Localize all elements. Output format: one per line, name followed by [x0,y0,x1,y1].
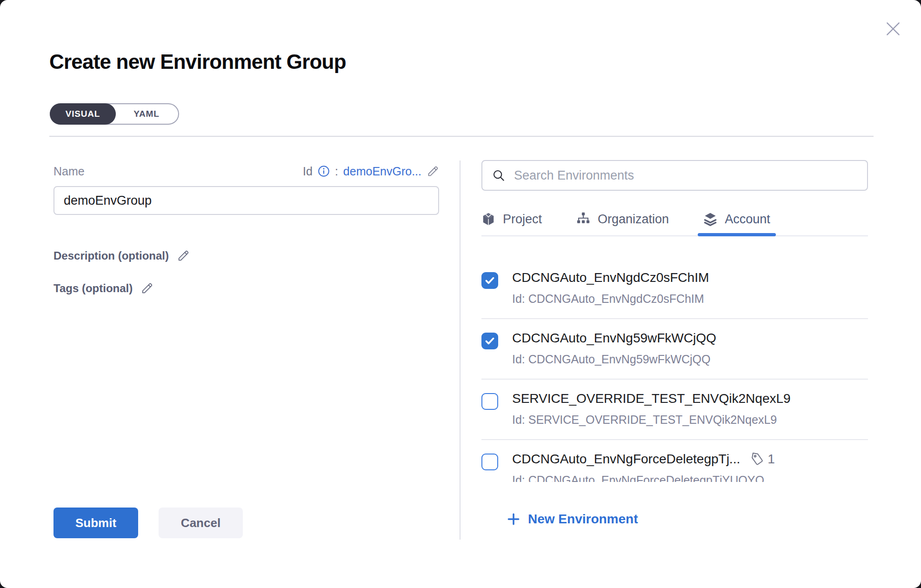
layers-icon [703,212,717,226]
environment-row[interactable]: CDCNGAuto_EnvNgForceDeletegpTj... 1 I [481,440,868,482]
search-icon [492,168,506,182]
tag-icon [750,452,764,466]
page-title: Create new Environment Group [49,50,346,74]
name-input[interactable] [53,186,439,215]
env-content: CDCNGAuto_EnvNgdCz0sFChIM Id: CDCNGAuto_… [512,270,709,306]
env-content: CDCNGAuto_EnvNgForceDeletegpTj... 1 I [512,452,775,482]
environment-row[interactable]: CDCNGAuto_EnvNg59wFkWCjQQ Id: CDCNGAuto_… [481,319,868,380]
edit-id-pencil-icon[interactable] [427,165,439,178]
header-divider [49,136,874,137]
cube-icon [481,212,495,226]
description-label: Description (optional) [53,249,169,262]
new-environment-button[interactable]: New Environment [506,512,638,527]
env-checkbox[interactable] [481,272,498,289]
new-environment-label: New Environment [528,512,638,527]
env-id: Id: CDCNGAuto_EnvNgdCz0sFChIM [512,292,709,306]
env-id: Id: CDCNGAuto_EnvNg59wFkWCjQQ [512,353,716,366]
search-box [481,160,868,191]
close-button[interactable] [883,19,903,39]
column-divider [460,160,460,540]
env-name: CDCNGAuto_EnvNgdCz0sFChIM [512,270,709,285]
env-checkbox[interactable] [481,454,498,470]
tab-project[interactable]: Project [481,203,542,235]
edit-description-pencil-icon[interactable] [177,249,190,262]
check-icon [484,274,496,287]
env-content: SERVICE_OVERRIDE_TEST_ENVQik2NqexL9 Id: … [512,391,791,427]
tab-account-label: Account [725,212,770,227]
cancel-button[interactable]: Cancel [159,508,243,538]
info-icon[interactable] [318,165,330,177]
env-id: Id: CDCNGAuto_EnvNgForceDeletegpTjYUQYQ [512,474,775,482]
name-label: Name [53,165,85,178]
tab-project-label: Project [503,212,542,227]
org-chart-icon [576,212,590,226]
id-value-link[interactable]: demoEnvGro... [343,165,421,178]
close-icon [884,20,902,38]
edit-tags-pencil-icon[interactable] [140,282,154,295]
env-name: SERVICE_OVERRIDE_TEST_ENVQik2NqexL9 [512,391,791,406]
form-column: Name Id : demoEnvGro... [53,163,439,295]
id-group: Id : demoEnvGro... [303,165,439,178]
description-row: Description (optional) [53,249,439,262]
create-environment-group-modal: Create new Environment Group VISUAL YAML… [0,0,921,588]
toggle-visual[interactable]: VISUAL [50,103,116,125]
environment-row[interactable]: SERVICE_OVERRIDE_TEST_ENVQik2NqexL9 Id: … [481,380,868,440]
tab-account[interactable]: Account [703,203,770,235]
search-environments-input[interactable] [514,168,858,183]
environments-panel: Project Organization [481,160,868,482]
env-id: Id: SERVICE_OVERRIDE_TEST_ENVQik2NqexL9 [512,413,791,427]
tab-organization-label: Organization [598,212,669,227]
name-id-row: Name Id : demoEnvGro... [53,163,439,180]
plus-icon [506,512,521,527]
env-checkbox[interactable] [481,393,498,410]
tab-organization[interactable]: Organization [576,203,669,235]
env-name: CDCNGAuto_EnvNg59wFkWCjQQ [512,331,716,346]
submit-button[interactable]: Submit [53,508,138,538]
environment-row[interactable]: CDCNGAuto_EnvNgdCz0sFChIM Id: CDCNGAuto_… [481,259,868,319]
id-label: Id [303,165,313,178]
check-icon [484,335,496,347]
tag-count-badge: 1 [750,452,775,467]
env-checkbox[interactable] [481,333,498,349]
env-name: CDCNGAuto_EnvNgForceDeletegpTj... [512,452,740,467]
tag-count: 1 [768,452,775,467]
modal-actions: Submit Cancel [53,508,243,538]
scope-tabs: Project Organization [481,203,868,236]
environment-list: CDCNGAuto_EnvNgdCz0sFChIM Id: CDCNGAuto_… [481,236,868,482]
env-content: CDCNGAuto_EnvNg59wFkWCjQQ Id: CDCNGAuto_… [512,331,716,366]
tags-label: Tags (optional) [53,282,133,295]
visual-yaml-toggle: VISUAL YAML [50,103,179,125]
id-separator: : [335,165,338,178]
tags-row: Tags (optional) [53,282,439,295]
toggle-yaml[interactable]: YAML [115,104,178,124]
